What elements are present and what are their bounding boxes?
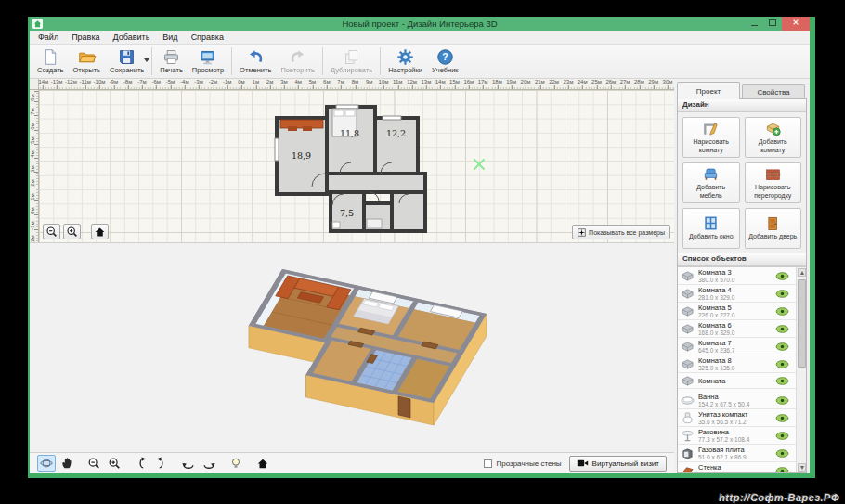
toolbar-button-сохранить[interactable]: Сохранить [105,45,149,77]
virtual-visit-button[interactable]: Виртуальный визит [569,456,667,472]
menu-item-вид[interactable]: Вид [156,32,184,42]
orbit-left-tool[interactable] [179,455,198,472]
menu-item-добавить[interactable]: Добавить [107,32,157,42]
list-item-text: Стенка302.6 x 71.7 x 250.0 [698,463,775,472]
toolbar-button-открыть[interactable]: Открыть [69,45,105,77]
eye-icon[interactable] [775,341,789,353]
plan-window[interactable] [336,105,358,109]
transparent-walls-label: Прозрачные стены [496,459,561,468]
eye-icon[interactable] [775,270,789,282]
list-item[interactable]: Комната 7645.0 x 236.7 [678,338,796,355]
list-item[interactable]: Комната 3380.0 x 570.0 [678,267,796,285]
design-button-window[interactable]: Добавить окно [682,208,740,249]
toolbar-button-повторить[interactable]: Повторить [276,45,319,77]
list-item[interactable]: Раковина77.3 x 57.2 x 108.4 [678,427,796,445]
ruler-tick-label: 5м [30,133,37,148]
list-item[interactable]: Комната [678,373,796,389]
eye-icon[interactable] [775,375,789,387]
scroll-thumb[interactable] [798,279,806,368]
plan-bathtub[interactable] [367,219,382,228]
list-item[interactable]: Комната 4281.0 x 329.0 [678,285,796,303]
show-all-sizes-button[interactable]: Показывать все размеры [572,225,670,239]
door-icon [764,215,782,231]
transparent-walls-option[interactable]: Прозрачные стены [484,459,561,468]
orbit-right-icon [202,457,215,470]
plan-zoom-in-button[interactable] [63,224,81,239]
eye-icon[interactable] [775,394,789,407]
zoom-out-tool[interactable] [84,455,103,472]
orbit-tool[interactable] [37,455,56,472]
scroll-up-arrow[interactable] [798,268,806,277]
objects-scrollbar[interactable] [796,267,806,472]
room-area-label: 7,5 [340,208,354,218]
list-item[interactable]: Газовая плита51.0 x 62.1 x 86.9 [678,445,796,462]
plan-home-button[interactable] [91,224,109,239]
design-button-door[interactable]: Добавить дверь [745,208,802,249]
ruler-tick-label: 31м [673,79,674,84]
plan-window[interactable] [275,138,279,161]
list-item[interactable]: Стенка302.6 x 71.7 x 250.0 [678,462,796,472]
plan-zoom-out-button[interactable] [43,224,60,239]
eye-icon[interactable] [775,430,789,442]
object-size: 226.0 x 227.0 [698,312,775,318]
room-icon [681,375,695,387]
toolbar-button-настройки[interactable]: Настройки [384,45,427,77]
orbit-right-tool[interactable] [200,455,218,472]
transparent-walls-checkbox[interactable] [484,459,492,468]
light-tool[interactable] [227,455,245,472]
zoom-in-tool[interactable] [105,455,124,472]
list-item[interactable]: Комната 5226.0 x 227.0 [678,303,796,320]
tab-properties[interactable]: Свойства [742,84,805,99]
object-size: 380.0 x 570.0 [698,277,775,283]
rotate-vertical-left-icon [135,457,148,470]
eye-icon[interactable] [775,323,789,335]
design-button-label: Добавить дверь [748,233,797,240]
list-item[interactable]: Комната 6168.0 x 329.0 [678,320,796,338]
monitor-icon [198,48,217,66]
toolbar-button-создать[interactable]: Создать [32,45,69,77]
home-view-tool[interactable] [254,455,272,472]
eye-icon[interactable] [775,465,789,473]
toolbar-button-просмотр[interactable]: Просмотр [188,45,228,77]
toolbar-button-учебник[interactable]: ?Учебник [427,45,463,77]
plan-2d-canvas[interactable]: 18,9 11,8 12,2 7,5 [39,90,674,242]
toolbar-button-отменить[interactable]: Отменить [235,45,276,77]
eye-icon[interactable] [775,447,789,459]
room-area-label: 12,2 [386,128,406,138]
toolbar-button-дублировать[interactable]: Дублировать [326,45,377,77]
list-item-text: Комната [698,377,775,385]
plan-washer[interactable] [332,222,340,228]
tab-project[interactable]: Проект [677,82,740,99]
show-all-sizes-label: Показывать все размеры [589,229,665,236]
rotate-up-tool[interactable] [132,455,150,472]
plan-zoom-controls [43,224,111,239]
list-item[interactable]: Ванна154.2 x 67.5 x 50.4 [678,392,796,409]
design-button-furniture[interactable]: Добавить мебель [682,162,740,203]
title-bar[interactable]: Новый проект - Дизайн Интерьера 3D [30,17,810,31]
list-item[interactable]: Унитаз компакт35.6 x 56.5 x 71.2 [678,409,796,427]
eye-icon[interactable] [775,305,789,317]
plan-window[interactable] [383,116,401,120]
floor-plan-drawing[interactable]: 18,9 11,8 12,2 7,5 [271,101,431,240]
menu-item-правка[interactable]: Правка [65,32,106,42]
eye-icon[interactable] [775,412,789,424]
zoom-in-icon [66,226,78,238]
list-item[interactable]: Комната 8325.0 x 135.0 [678,355,796,373]
dropdown-caret-icon[interactable] [144,58,150,62]
design-button-add-room[interactable]: Добавить комнату [745,117,802,158]
eye-icon[interactable] [775,358,789,370]
eye-icon[interactable] [775,288,789,300]
view-3d-render [225,256,503,442]
menu-item-файл[interactable]: Файл [32,32,65,42]
design-button-partition[interactable]: Нарисовать перегородку [745,162,802,203]
view-3d-tools [37,455,274,472]
menu-item-справка[interactable]: Справка [185,32,230,42]
view-3d[interactable] [30,242,674,452]
design-button-draw-room[interactable]: Нарисовать комнату [682,117,740,158]
watermark: http://Софт-Варез.РФ [719,492,839,503]
bulb-icon [229,457,242,470]
scroll-down-arrow[interactable] [798,463,806,472]
rotate-down-tool[interactable] [152,455,171,472]
toolbar-button-печать[interactable]: Печать [155,45,188,77]
pan-tool[interactable] [58,455,76,472]
